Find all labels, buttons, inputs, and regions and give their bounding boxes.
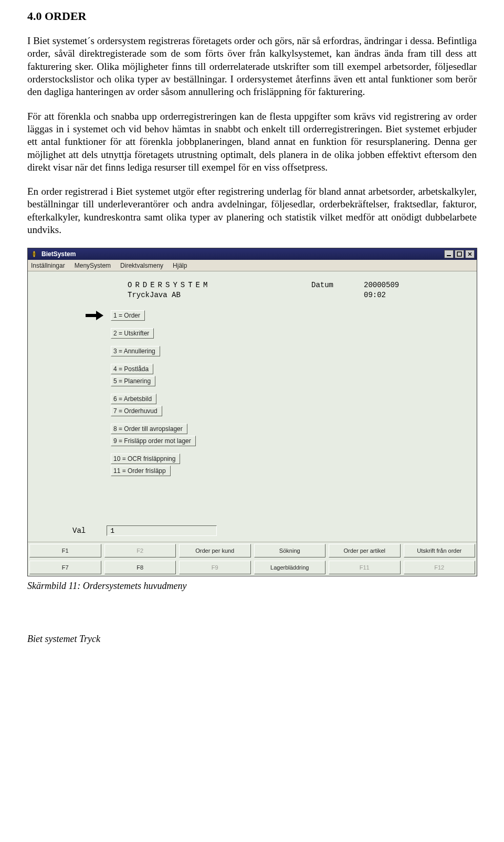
time-value: 09:02 xyxy=(364,291,386,299)
function-key[interactable]: Order per kund xyxy=(179,544,251,557)
function-key: F2 xyxy=(104,544,176,557)
menu-option-button[interactable]: 5 = Planering xyxy=(111,376,155,386)
minimize-button[interactable] xyxy=(444,250,454,258)
svg-rect-1 xyxy=(457,252,461,256)
page-footer: Biet systemet Tryck xyxy=(27,634,477,645)
val-input[interactable] xyxy=(107,525,217,536)
function-key[interactable]: Utskrift från order xyxy=(404,544,476,557)
client-area: ORDERSYSTEM Datum 20000509 TryckJava AB … xyxy=(28,271,477,576)
body-paragraph: För att förenkla och snabba upp orderreg… xyxy=(27,110,477,174)
menu-item[interactable]: Direktvalsmeny xyxy=(120,262,163,269)
val-input-row: Val xyxy=(72,525,217,536)
menu-option-button[interactable]: 2 = Utskrifter xyxy=(111,328,154,339)
menu-option-button[interactable]: 3 = Annullering xyxy=(111,346,160,356)
figure-caption: Skärmbild 11: Ordersystemets huvudmeny xyxy=(27,581,477,592)
svg-rect-0 xyxy=(447,255,451,256)
embedded-screenshot: BietSystem Inställningar MenySystem Dire… xyxy=(27,248,477,592)
menu-option-button[interactable]: 6 = Arbetsbild xyxy=(111,394,156,404)
maximize-button[interactable] xyxy=(455,250,464,258)
function-key[interactable]: Lagerbläddring xyxy=(254,561,326,574)
date-value: 20000509 xyxy=(364,281,399,289)
function-key: F11 xyxy=(329,561,401,574)
function-key[interactable]: Order per artikel xyxy=(329,544,401,557)
menu-option-button[interactable]: 8 = Order till avropslager xyxy=(111,424,187,434)
function-key-bar: F1F2Order per kundSökningOrder per artik… xyxy=(28,542,477,576)
body-paragraph: I Biet systemet´s ordersystem registrera… xyxy=(27,35,477,99)
function-key[interactable]: F7 xyxy=(29,561,101,574)
menu-item[interactable]: MenySystem xyxy=(75,262,111,269)
function-key: F9 xyxy=(179,561,251,574)
menu-option-button[interactable]: 7 = Orderhuvud xyxy=(111,406,162,416)
menu-bar: Inställningar MenySystem Direktvalsmeny … xyxy=(28,260,477,271)
company-name: TryckJava AB xyxy=(128,291,311,299)
app-window: BietSystem Inställningar MenySystem Dire… xyxy=(27,248,477,576)
close-button[interactable] xyxy=(465,250,475,258)
window-titlebar: BietSystem xyxy=(28,248,477,260)
main-menu-list: 1 = Order2 = Utskrifter3 = Annullering4 … xyxy=(111,310,196,483)
menu-option-button[interactable]: 1 = Order xyxy=(111,310,145,321)
pointer-arrow-icon xyxy=(86,311,103,322)
function-key[interactable]: Sökning xyxy=(254,544,326,557)
val-label: Val xyxy=(72,527,86,535)
date-label: Datum xyxy=(311,281,364,289)
function-key: F12 xyxy=(404,561,476,574)
menu-option-button[interactable]: 4 = Postlåda xyxy=(111,364,153,374)
menu-item[interactable]: Inställningar xyxy=(31,262,65,269)
menu-item[interactable]: Hjälp xyxy=(173,262,187,269)
body-paragraph: En order registrerad i Biet systemet utg… xyxy=(27,185,477,236)
menu-option-button[interactable]: 10 = OCR frisläppning xyxy=(111,454,180,464)
menu-option-button[interactable]: 9 = Frisläpp order mot lager xyxy=(111,436,196,446)
function-key[interactable]: F1 xyxy=(29,544,101,557)
window-title: BietSystem xyxy=(41,250,76,258)
menu-option-button[interactable]: 11 = Order frisläpp xyxy=(111,466,171,476)
function-key[interactable]: F8 xyxy=(104,561,176,574)
app-icon xyxy=(30,250,38,258)
section-heading: 4.0 ORDER xyxy=(27,9,477,23)
screen-title: ORDERSYSTEM xyxy=(128,281,311,289)
